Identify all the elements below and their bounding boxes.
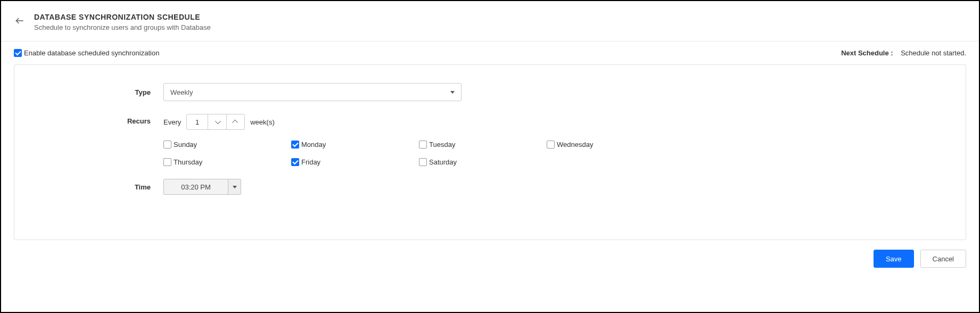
recurs-value[interactable]: 1	[187, 114, 208, 129]
day-label: Saturday	[429, 158, 457, 166]
day-tuesday: Tuesday	[419, 141, 547, 149]
chevron-up-icon	[232, 120, 238, 126]
back-arrow-icon[interactable]	[14, 15, 26, 27]
time-label: Time	[36, 183, 163, 191]
type-select-value: Weekly	[170, 88, 193, 96]
recurs-suffix: week(s)	[250, 118, 275, 126]
day-sunday: Sunday	[163, 141, 291, 149]
type-label: Type	[36, 88, 163, 96]
time-value: 03:20 PM	[164, 179, 228, 194]
recurs-spinner: 1	[186, 114, 245, 130]
recurs-decrement-button[interactable]	[208, 114, 226, 129]
day-monday-checkbox[interactable]	[291, 141, 299, 149]
next-schedule-label: Next Schedule :	[841, 49, 893, 57]
type-select[interactable]: Weekly	[163, 83, 462, 101]
schedule-card: Type Weekly Recurs Every 1 week(s)	[14, 64, 966, 240]
day-monday: Monday	[291, 141, 419, 149]
caret-down-icon	[450, 91, 455, 94]
day-label: Monday	[301, 141, 326, 149]
enable-row: Enable database scheduled synchronizatio…	[1, 42, 979, 64]
caret-down-icon	[233, 186, 237, 188]
day-thursday-checkbox[interactable]	[163, 158, 171, 166]
day-thursday: Thursday	[163, 158, 291, 166]
day-wednesday: Wednesday	[547, 141, 674, 149]
page-header: DATABASE SYNCHRONIZATION SCHEDULE Schedu…	[1, 1, 979, 42]
day-saturday-checkbox[interactable]	[419, 158, 427, 166]
time-picker[interactable]: 03:20 PM	[163, 179, 241, 195]
day-label: Tuesday	[429, 141, 455, 149]
day-friday: Friday	[291, 158, 419, 166]
day-wednesday-checkbox[interactable]	[547, 141, 555, 149]
page-subtitle: Schedule to synchronize users and groups…	[34, 23, 211, 31]
cancel-button[interactable]: Cancel	[920, 250, 966, 268]
day-label: Sunday	[174, 141, 197, 149]
footer: Save Cancel	[1, 240, 979, 277]
next-schedule: Next Schedule : Schedule not started.	[841, 49, 966, 57]
recurs-increment-button[interactable]	[226, 114, 244, 129]
recurs-label: Recurs	[36, 114, 163, 125]
enable-sync-checkbox[interactable]	[14, 49, 22, 57]
recurs-prefix: Every	[163, 118, 181, 126]
day-tuesday-checkbox[interactable]	[419, 141, 427, 149]
next-schedule-value: Schedule not started.	[901, 49, 966, 57]
day-label: Thursday	[174, 158, 202, 166]
save-button[interactable]: Save	[874, 250, 914, 268]
days-grid: Sunday Monday Tuesday Wednesday Thursday	[163, 141, 674, 166]
enable-sync-label: Enable database scheduled synchronizatio…	[24, 49, 159, 57]
day-label: Friday	[301, 158, 320, 166]
day-friday-checkbox[interactable]	[291, 158, 299, 166]
time-dropdown-button[interactable]	[228, 179, 241, 194]
day-sunday-checkbox[interactable]	[163, 141, 171, 149]
day-saturday: Saturday	[419, 158, 547, 166]
chevron-down-icon	[215, 118, 221, 124]
day-label: Wednesday	[557, 141, 593, 149]
page-title: DATABASE SYNCHRONIZATION SCHEDULE	[34, 13, 211, 21]
